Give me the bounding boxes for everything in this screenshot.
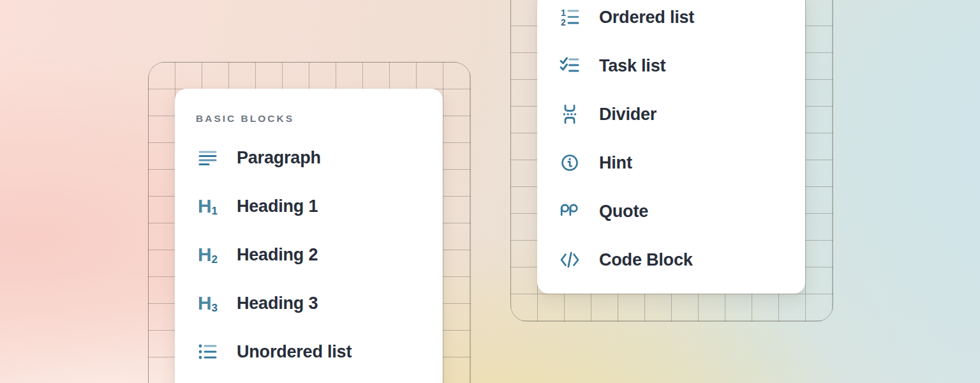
- block-picker-illustration: BASIC BLOCKS ParagraphH1Heading 1H2Headi…: [0, 0, 980, 383]
- menu-item-label: Ordered list: [599, 8, 694, 27]
- basic-blocks-section-label: BASIC BLOCKS: [196, 113, 422, 124]
- more-blocks-item-list: 12Ordered listTask listDividerHintQuoteC…: [537, 0, 805, 284]
- menu-item-code-block[interactable]: Code Block: [537, 236, 805, 284]
- menu-item-heading-1[interactable]: H1Heading 1: [175, 182, 443, 230]
- hint-icon: [558, 152, 581, 174]
- menu-item-task-list[interactable]: Task list: [537, 41, 805, 90]
- task-list-icon: [558, 55, 581, 77]
- code-block-icon: [558, 249, 581, 271]
- basic-blocks-menu: BASIC BLOCKS ParagraphH1Heading 1H2Headi…: [175, 89, 443, 383]
- menu-item-divider[interactable]: Divider: [537, 90, 805, 139]
- menu-item-heading-3[interactable]: H3Heading 3: [175, 279, 443, 327]
- menu-item-label: Heading 2: [237, 245, 318, 265]
- menu-item-label: Unordered list: [237, 342, 352, 362]
- menu-item-ordered-list[interactable]: 12Ordered list: [537, 0, 805, 41]
- menu-item-heading-2[interactable]: H2Heading 2: [175, 230, 443, 279]
- heading-1-icon: H1: [196, 195, 219, 217]
- menu-item-unordered-list[interactable]: Unordered list: [175, 327, 443, 376]
- menu-item-label: Heading 1: [237, 197, 318, 216]
- menu-item-hint[interactable]: Hint: [537, 139, 805, 187]
- menu-item-quote[interactable]: Quote: [537, 187, 805, 236]
- more-blocks-menu: 12Ordered listTask listDividerHintQuoteC…: [537, 0, 805, 294]
- menu-item-label: Code Block: [599, 250, 693, 270]
- svg-text:2: 2: [561, 17, 566, 27]
- ordered-list-icon: 12: [558, 6, 581, 28]
- divider-icon: [558, 103, 581, 125]
- menu-item-label: Divider: [599, 105, 657, 124]
- menu-item-label: Task list: [599, 56, 665, 76]
- menu-item-paragraph[interactable]: Paragraph: [175, 133, 443, 182]
- heading-2-icon: H2: [196, 244, 219, 266]
- basic-blocks-item-list: ParagraphH1Heading 1H2Heading 2H3Heading…: [175, 133, 443, 376]
- quote-icon: [558, 200, 581, 222]
- paragraph-icon: [196, 147, 219, 169]
- menu-item-label: Paragraph: [237, 148, 321, 168]
- heading-3-icon: H3: [196, 292, 219, 314]
- unordered-list-icon: [196, 341, 219, 363]
- menu-item-label: Quote: [599, 202, 648, 222]
- menu-item-label: Heading 3: [237, 294, 318, 313]
- menu-item-label: Hint: [599, 153, 632, 173]
- svg-text:1: 1: [561, 8, 566, 18]
